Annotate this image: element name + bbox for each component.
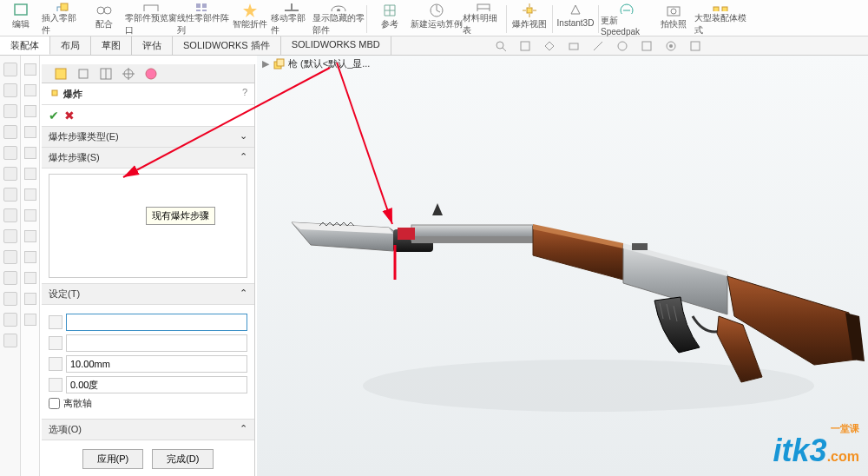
accept-button[interactable]: ✔ bbox=[49, 109, 59, 122]
rail-icon[interactable] bbox=[3, 188, 17, 202]
tab-sw-mbd[interactable]: SOLIDWORKS MBD bbox=[281, 36, 391, 55]
rail-icon[interactable] bbox=[3, 125, 17, 139]
tab-sw-addins[interactable]: SOLIDWORKS 插件 bbox=[173, 36, 281, 55]
ribbon-instant3d[interactable]: Instant3D bbox=[555, 2, 596, 36]
ribbon-explode[interactable]: 爆炸视图 bbox=[509, 2, 550, 36]
rail-icon[interactable] bbox=[3, 271, 17, 285]
ribbon-insert[interactable]: 插入零部件 bbox=[42, 2, 83, 36]
component-select-input[interactable] bbox=[66, 314, 247, 331]
ribbon-showhide[interactable]: 显示隐藏的零部件 bbox=[312, 2, 365, 36]
tab-layout[interactable]: 布局 bbox=[50, 36, 91, 55]
ribbon-pattern[interactable]: 线性零部件阵列 bbox=[177, 2, 229, 36]
rail-icon[interactable] bbox=[24, 188, 36, 201]
distance-input[interactable] bbox=[66, 355, 247, 373]
rail-icon[interactable] bbox=[24, 230, 36, 242]
rail-icon[interactable] bbox=[3, 292, 17, 306]
svg-rect-34 bbox=[411, 236, 533, 243]
rail-icon[interactable] bbox=[24, 126, 36, 138]
settings-icon[interactable] bbox=[665, 40, 677, 52]
ribbon-move[interactable]: 移动零部件 bbox=[271, 2, 312, 36]
display-style-icon[interactable] bbox=[568, 40, 580, 52]
chevron-up-icon: ⌃ bbox=[240, 423, 247, 436]
ribbon-snapshot[interactable]: 拍快照 bbox=[653, 2, 694, 36]
zoom-fit-icon[interactable] bbox=[495, 40, 507, 52]
rail-icon[interactable] bbox=[24, 251, 36, 263]
tabs-bar: 装配体 布局 草图 评估 SOLIDWORKS 插件 SOLIDWORKS MB… bbox=[0, 36, 868, 56]
explode-icon bbox=[49, 87, 61, 99]
config-icon[interactable] bbox=[76, 67, 92, 81]
rail-icon[interactable] bbox=[24, 314, 36, 326]
section-icon[interactable] bbox=[592, 40, 604, 52]
svg-rect-2 bbox=[61, 3, 68, 10]
section-settings[interactable]: 设定(T) ⌃ bbox=[42, 284, 254, 305]
rail-icon[interactable] bbox=[24, 168, 36, 180]
tab-evaluate[interactable]: 评估 bbox=[132, 36, 173, 55]
ribbon-speedpak[interactable]: 更新Speedpak bbox=[601, 2, 653, 36]
insert-icon bbox=[54, 2, 71, 11]
angle-icon bbox=[49, 378, 62, 392]
rail-icon[interactable] bbox=[24, 293, 36, 305]
explode-steps-listbox[interactable] bbox=[49, 174, 247, 278]
display-pane-icon[interactable] bbox=[99, 67, 115, 81]
apply-button[interactable]: 应用(P) bbox=[82, 449, 144, 469]
ribbon-sep bbox=[552, 5, 553, 33]
rail-icon[interactable] bbox=[24, 63, 36, 76]
target-icon[interactable] bbox=[122, 67, 137, 81]
rail-icon[interactable] bbox=[3, 167, 17, 181]
preview-icon bbox=[142, 2, 160, 11]
showhide-icon bbox=[330, 2, 347, 11]
rail-icon[interactable] bbox=[3, 208, 17, 222]
cancel-button[interactable]: ✖ bbox=[64, 109, 75, 122]
ribbon-mate[interactable]: 配合 bbox=[83, 2, 125, 36]
ribbon-smart[interactable]: 智能折件 bbox=[229, 2, 271, 36]
render-icon[interactable] bbox=[616, 40, 628, 52]
discrete-axis-checkbox[interactable]: 离散轴 bbox=[49, 397, 247, 410]
ribbon-bom[interactable]: 材料明细表 bbox=[463, 2, 504, 36]
section-options[interactable]: 选项(O) ⌃ bbox=[42, 420, 254, 440]
help-icon[interactable]: ? bbox=[242, 87, 247, 101]
rail-icon[interactable] bbox=[3, 83, 17, 97]
svg-rect-25 bbox=[642, 42, 651, 50]
rail-icon[interactable] bbox=[3, 146, 17, 160]
svg-marker-10 bbox=[243, 3, 257, 17]
pattern-icon bbox=[194, 2, 212, 11]
rail-icon[interactable] bbox=[3, 250, 17, 264]
appearance-icon[interactable] bbox=[144, 67, 160, 81]
rail-icon[interactable] bbox=[24, 209, 36, 221]
rail-icon[interactable] bbox=[3, 63, 17, 76]
ribbon: 编辑 插入零部件 配合 零部件预览窗口 线性零部件阵列 智能折件 移动零部件 bbox=[0, 0, 868, 36]
motion-icon bbox=[428, 2, 445, 17]
feature-tree-icon[interactable] bbox=[54, 67, 69, 81]
ribbon-largeasm[interactable]: 大型装配体模式 bbox=[694, 2, 746, 36]
svg-rect-7 bbox=[202, 3, 207, 8]
rail-icon[interactable] bbox=[3, 313, 17, 327]
direction-input[interactable] bbox=[66, 334, 247, 352]
ribbon-ref[interactable]: 参考 bbox=[369, 2, 411, 36]
rail-icon[interactable] bbox=[24, 147, 36, 159]
svg-rect-0 bbox=[15, 4, 27, 15]
breadcrumb[interactable]: ▶ 枪 (默认<默认_显... bbox=[262, 57, 370, 70]
section-step-type[interactable]: 爆炸步骤类型(E) ⌄ bbox=[42, 127, 254, 148]
ribbon-preview[interactable]: 零部件预览窗口 bbox=[125, 2, 177, 36]
orientation-icon[interactable] bbox=[543, 40, 556, 52]
rail-icon[interactable] bbox=[3, 229, 17, 243]
rail-icon[interactable] bbox=[24, 105, 36, 117]
ribbon-motion[interactable]: 新建运动算例 bbox=[411, 2, 463, 36]
rail-icon[interactable] bbox=[3, 104, 17, 118]
angle-input[interactable] bbox=[66, 376, 247, 393]
ribbon-sep bbox=[506, 5, 507, 33]
done-button[interactable]: 完成(D) bbox=[152, 449, 214, 469]
rail-icon[interactable] bbox=[24, 272, 36, 284]
rail-icon[interactable] bbox=[24, 84, 36, 96]
viewport-toolbar bbox=[495, 38, 701, 54]
rail-icon[interactable] bbox=[3, 334, 17, 347]
tab-assembly[interactable]: 装配体 bbox=[0, 36, 50, 55]
ribbon-edit[interactable]: 编辑 bbox=[0, 2, 42, 36]
viewport[interactable] bbox=[257, 56, 868, 476]
svg-rect-45 bbox=[277, 59, 284, 66]
section-steps[interactable]: 爆炸步骤(S) ⌃ bbox=[42, 148, 254, 169]
more-icon[interactable] bbox=[689, 40, 701, 52]
scene-icon[interactable] bbox=[641, 40, 653, 52]
zoom-window-icon[interactable] bbox=[519, 40, 531, 52]
tab-sketch[interactable]: 草图 bbox=[91, 36, 132, 55]
